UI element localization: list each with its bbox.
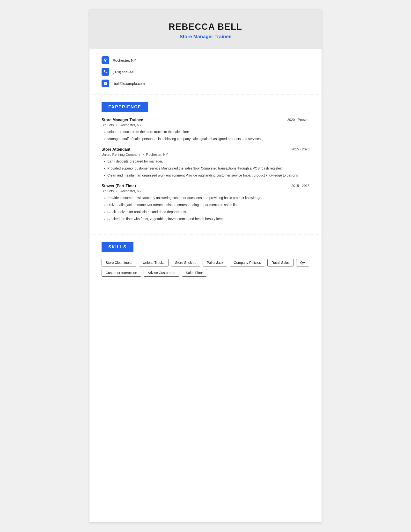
job-header-2: Store Attendant 2015 - 2020 [102, 147, 309, 152]
phone-icon [102, 68, 109, 76]
job-title-2: Store Attendant [102, 147, 130, 152]
job-title-3: Stower (Part-Time) [102, 184, 136, 188]
experience-section-header: EXPERIENCE [102, 102, 148, 112]
job-company-2: United Refining Company • Rochester, NY [102, 152, 309, 156]
company-name-3: Big Lots [102, 189, 114, 193]
job-block-1: Store Manager Trainee 2020 - Present Big… [102, 118, 309, 142]
experience-section: EXPERIENCE Store Manager Trainee 2020 - … [89, 95, 322, 235]
bullet-item: Provide customer assistance by answering… [107, 195, 309, 200]
job-company-3: Big Lots • Rochester, NY [102, 189, 309, 193]
skill-tag: Unload Trucks [139, 259, 168, 266]
skill-tag: Advise Customers [144, 269, 179, 277]
bullet-item: Provided superior customer service Maint… [107, 166, 309, 171]
email-text: rbell@example.com [113, 82, 145, 86]
skill-tag: Retail Sales [267, 259, 294, 266]
company-location-3: Rochester, NY [120, 189, 141, 193]
job-header-1: Store Manager Trainee 2020 - Present [102, 118, 309, 122]
skills-tags-container: Store CleanlinessUnload TrucksStore Shel… [102, 259, 309, 277]
bullet-item: Stocked the floor with fruits, vegetable… [107, 216, 309, 221]
job-company-1: Big Lots • Rochester, NY [102, 123, 309, 127]
resume-container: REBECCA BELL Store Manager Trainee Roche… [89, 10, 322, 522]
job-title-1: Store Manager Trainee [102, 118, 143, 122]
contact-phone: (970) 555-4490 [102, 68, 309, 76]
location-icon [102, 56, 109, 64]
skills-section-header: SKILLS [102, 242, 133, 252]
location-text: Rochester, NY [113, 58, 136, 62]
job-dates-1: 2020 - Present [287, 118, 309, 122]
bullet-item: Bank deposits prepared for manager. [107, 159, 309, 164]
job-block-3: Stower (Part-Time) 2015 - 2015 Big Lots … [102, 184, 309, 221]
skill-tag: Company Policies [230, 259, 265, 266]
bullet-item: Utilize pallet jack to maneuver merchand… [107, 202, 309, 208]
bullet-item: Managed staff of sales personnel in achi… [107, 136, 309, 142]
bullet-item: Clean and maintain an organized work env… [107, 173, 309, 178]
company-location-1: Rochester, NY [120, 123, 141, 127]
job-bullets-1: unload products from the store trucks to… [102, 129, 309, 142]
company-name-2: United Refining Company [102, 152, 140, 156]
job-header-3: Stower (Part-Time) 2015 - 2015 [102, 184, 309, 188]
resume-header: REBECCA BELL Store Manager Trainee [89, 10, 322, 49]
phone-text: (970) 555-4490 [113, 70, 138, 74]
company-name-1: Big Lots [102, 123, 114, 127]
email-icon [102, 80, 109, 87]
bullet-item: unload products from the store trucks to… [107, 129, 309, 134]
job-bullets-2: Bank deposits prepared for manager. Prov… [102, 159, 309, 178]
candidate-title: Store Manager Trainee [99, 34, 312, 39]
skill-tag: Sales Floor [182, 269, 207, 277]
job-bullets-3: Provide customer assistance by answering… [102, 195, 309, 221]
skills-section: SKILLS Store CleanlinessUnload TrucksSto… [89, 235, 322, 286]
skill-tag: Customer Interaction [102, 269, 141, 277]
skill-tag: Store Shelves [171, 259, 200, 266]
skill-tag: Pallet Jack [203, 259, 227, 266]
skill-tag: Store Cleanliness [102, 259, 136, 266]
company-location-2: Rochester, NY [146, 152, 168, 156]
candidate-name: REBECCA BELL [99, 22, 312, 32]
skill-tag: QA [296, 259, 309, 266]
contact-email: rbell@example.com [102, 80, 309, 87]
job-block-2: Store Attendant 2015 - 2020 United Refin… [102, 147, 309, 178]
job-dates-3: 2015 - 2015 [291, 184, 309, 188]
bullet-item: Stock shelves for retail cloths and dood… [107, 209, 309, 215]
contact-location: Rochester, NY [102, 56, 309, 64]
contact-section: Rochester, NY (970) 555-4490 rbell@examp… [89, 49, 322, 95]
job-dates-2: 2015 - 2020 [291, 147, 309, 151]
